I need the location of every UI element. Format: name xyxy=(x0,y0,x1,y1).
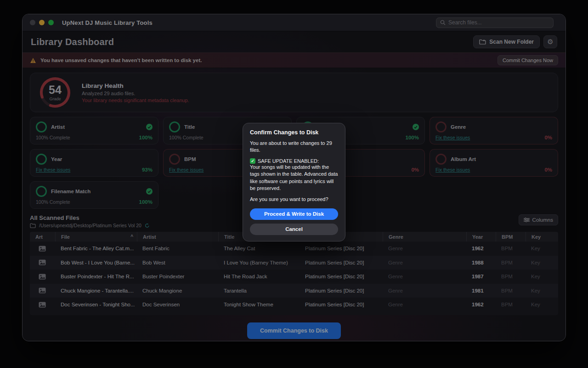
safe-update-body: Your songs will be updated with the tags… xyxy=(250,164,338,192)
dialog-question: Are you sure you want to proceed? xyxy=(250,196,338,203)
dialog-title: Confirm Changes to Disk xyxy=(250,129,338,136)
safe-update-title: SAFE UPDATE ENABLED: xyxy=(258,158,319,164)
proceed-button[interactable]: Proceed & Write to Disk xyxy=(250,208,338,220)
dialog-body: You are about to write changes to 29 fil… xyxy=(250,140,338,154)
confirm-dialog: Confirm Changes to Disk You are about to… xyxy=(243,123,345,242)
app-window: UpNext DJ Music Library Tools Library Da… xyxy=(22,14,566,341)
cancel-button[interactable]: Cancel xyxy=(250,224,338,235)
safe-update-check-icon: ✓ xyxy=(250,158,255,164)
